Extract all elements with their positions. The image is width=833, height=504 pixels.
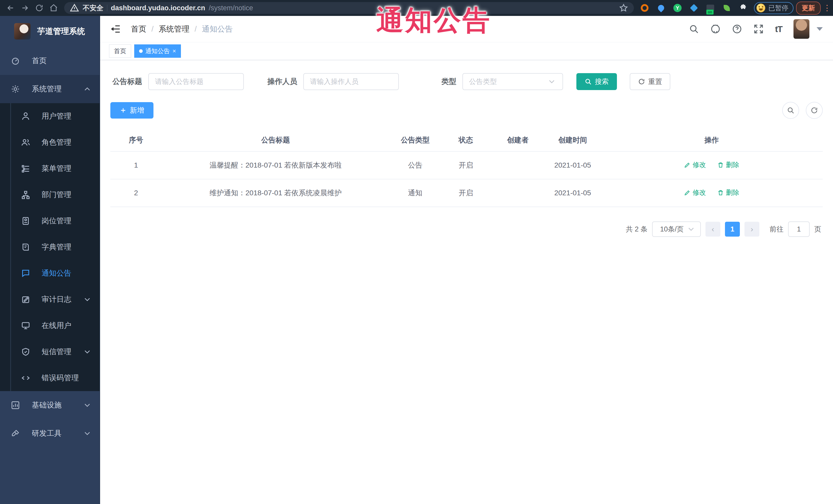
profile-paused-chip[interactable]: 已暂停 [754,2,793,14]
refresh-icon [638,78,645,85]
sidebar-item-sms-mgmt[interactable]: 短信管理 [0,339,100,365]
magnifier-icon [585,78,592,85]
sidebar-item-menu-mgmt[interactable]: 菜单管理 [0,155,100,182]
reload-icon[interactable] [33,2,45,14]
breadcrumb-current: 通知公告 [202,24,233,34]
fullscreen-icon[interactable] [754,24,764,34]
chevron-down-icon [547,77,556,86]
back-icon[interactable] [5,2,17,14]
sidebar-item-dev-tools[interactable]: 研发工具 [0,419,100,448]
sidebar-item-label: 用户管理 [42,111,92,121]
search-button[interactable]: 搜索 [576,73,617,90]
ext-orange-icon[interactable] [640,3,649,13]
tab-notice[interactable]: 通知公告 × [134,44,181,58]
sidebar-item-audit-log[interactable]: 审计日志 [0,286,100,313]
cell-actions: 修改 删除 [600,151,823,179]
sidebar-item-label: 角色管理 [42,137,92,148]
sidebar-item-label: 短信管理 [42,347,71,357]
font-size-icon[interactable]: tT [775,24,782,34]
app-logo-row[interactable]: 芋道管理系统 [0,16,100,47]
page-size-select[interactable]: 10条/页 [652,221,701,237]
delete-button[interactable]: 删除 [717,188,739,197]
notice-table: 序号 公告标题 公告类型 状态 创建者 创建时间 操作 1 温馨提醒：2018- [110,129,823,207]
sidebar-item-user-mgmt[interactable]: 用户管理 [0,103,100,129]
close-icon[interactable]: × [172,48,176,54]
profile-emoji-icon [757,4,765,12]
refresh-table-button[interactable] [806,102,823,119]
ext-diamond-icon[interactable] [689,3,698,13]
prev-page-button[interactable]: ‹ [706,222,720,237]
table-mini-actions [782,102,823,119]
browser-update-button[interactable]: 更新 [796,2,821,15]
pagination: 共 2 条 10条/页 ‹ 1 › 前往 页 [110,221,823,237]
annotation-watermark: 通知公告 [376,2,491,39]
edit-button[interactable]: 修改 [684,160,706,169]
ext-switch-icon[interactable]: on [706,3,715,13]
goto-page-input[interactable] [788,221,810,237]
filter-operator-label: 操作人员 [267,76,297,87]
goto-label: 前往 [770,224,783,234]
chevron-up-icon [82,85,92,94]
sidebar-item-error-code-mgmt[interactable]: 错误码管理 [0,365,100,391]
cell-id: 1 [110,151,162,179]
breadcrumb-section[interactable]: 系统管理 [159,24,189,34]
ext-leaf-icon[interactable] [722,3,731,13]
code-icon [21,374,30,383]
navbar-actions: tT [689,19,823,39]
sidebar-fold-icon[interactable] [110,24,121,34]
breadcrumb-home[interactable]: 首页 [131,24,146,34]
forward-icon[interactable] [19,2,31,14]
operator-input[interactable] [303,73,399,90]
github-icon[interactable] [710,24,721,34]
edit-square-icon [21,295,30,304]
screen: 不安全 dashboard.yudao.iocoder.cn/system/no… [0,0,833,504]
table-row: 1 温馨提醒：2018-07-01 若依新版本发布啦 公告 开启 2021-01… [110,151,823,179]
sidebar-item-online-users[interactable]: 在线用户 [0,313,100,339]
sidebar-item-system[interactable]: 系统管理 [0,75,100,103]
sidebar-item-dept-mgmt[interactable]: 部门管理 [0,182,100,208]
sidebar-item-post-mgmt[interactable]: 岗位管理 [0,208,100,234]
address-bar[interactable]: 不安全 dashboard.yudao.iocoder.cn/system/no… [64,2,634,14]
warning-icon [70,3,79,13]
sidebar-item-infrastructure[interactable]: 基础设施 [0,391,100,419]
gear-icon [11,85,20,94]
ext-location-icon[interactable] [657,3,666,13]
table-header-row: 序号 公告标题 公告类型 状态 创建者 创建时间 操作 [110,129,823,151]
url-path: /system/notice [209,4,253,12]
tools-icon [11,429,20,438]
add-button[interactable]: 新增 [110,102,153,119]
next-page-button[interactable]: › [744,222,759,237]
sidebar-item-role-mgmt[interactable]: 角色管理 [0,129,100,155]
tab-label: 首页 [114,47,126,55]
sidebar-item-dict-mgmt[interactable]: 字典管理 [0,234,100,260]
plus-icon [120,107,127,114]
col-created: 创建时间 [545,129,600,151]
tab-home[interactable]: 首页 [109,44,131,58]
chevron-down-icon [687,224,696,234]
shield-icon [21,347,30,356]
avatar-caret-icon[interactable] [816,27,823,31]
delete-button[interactable]: 删除 [717,160,739,169]
avatar[interactable] [793,19,809,39]
reset-button[interactable]: 重置 [630,73,670,90]
sidebar-item-home[interactable]: 首页 [0,47,100,75]
toggle-search-button[interactable] [782,102,799,119]
ext-puzzle-icon[interactable] [739,3,748,13]
home-browser-icon[interactable] [48,2,60,14]
sidebar-item-notice[interactable]: 通知公告 [0,260,100,286]
sidebar-item-label: 字典管理 [42,242,92,252]
browser-menu-icon[interactable]: ⋮ [823,6,828,10]
notice-type-select[interactable]: 公告类型 [462,73,563,90]
search-icon[interactable] [689,24,699,34]
edit-button[interactable]: 修改 [684,188,706,197]
org-tree-icon [21,190,30,199]
chevron-down-icon [82,401,92,410]
current-page-button[interactable]: 1 [725,222,740,237]
ext-green-icon[interactable]: Y [673,3,682,13]
table-row: 2 维护通知：2018-07-01 若依系统凌晨维护 通知 开启 2021-01… [110,179,823,207]
question-icon[interactable] [732,24,742,34]
sidebar-item-label: 研发工具 [32,428,71,438]
security-label[interactable]: 不安全 [82,3,103,13]
notice-title-input[interactable] [148,73,244,90]
bookmark-star-icon[interactable] [619,3,628,13]
